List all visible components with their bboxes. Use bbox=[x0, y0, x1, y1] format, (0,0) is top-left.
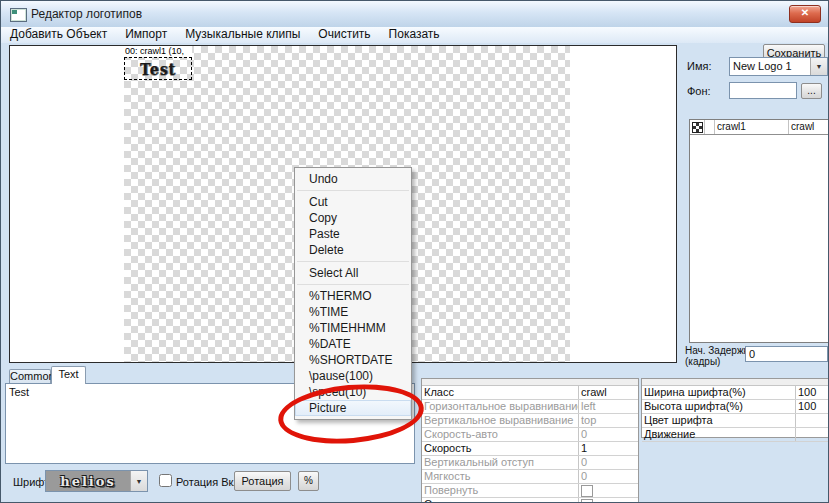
context-item-picture[interactable]: Picture bbox=[295, 400, 411, 416]
context-separator bbox=[297, 190, 409, 191]
property-row: Скорость-авто 0 bbox=[422, 428, 638, 442]
menu-add-object[interactable]: Добавить Объект bbox=[1, 27, 116, 43]
property-label: Класс bbox=[422, 386, 579, 399]
property-row: Ширина шрифта(%) 100 bbox=[642, 386, 829, 400]
property-row: Повернуть bbox=[422, 484, 638, 498]
font-combobox[interactable]: helios ▼ bbox=[45, 470, 148, 492]
tab-text[interactable]: Text bbox=[51, 366, 86, 384]
rotation-checkbox-label: Ротация Вкл. bbox=[176, 476, 243, 488]
context-item-date[interactable]: %DATE bbox=[295, 336, 411, 352]
property-value[interactable] bbox=[579, 484, 638, 497]
property-label: Высота шрифта(%) bbox=[642, 400, 796, 413]
objects-list[interactable]: crawl1 crawl bbox=[689, 119, 829, 343]
property-label: Скорость-авто bbox=[422, 428, 579, 441]
font-name: helios bbox=[60, 474, 116, 489]
property-value[interactable]: 0 bbox=[579, 470, 638, 483]
browse-button[interactable]: ... bbox=[801, 83, 822, 99]
menu-show[interactable]: Показать bbox=[380, 27, 449, 43]
property-checkbox[interactable] bbox=[581, 499, 593, 503]
objects-list-row[interactable]: crawl1 crawl bbox=[690, 120, 828, 135]
app-icon bbox=[10, 8, 27, 22]
grid-header-spacer bbox=[422, 379, 638, 386]
context-separator bbox=[297, 261, 409, 262]
rotation-button[interactable]: Ротация bbox=[234, 471, 291, 491]
menu-music-clips[interactable]: Музыкальные клипы bbox=[176, 27, 309, 43]
context-item-time[interactable]: %TIME bbox=[295, 304, 411, 320]
context-item-paste[interactable]: Paste bbox=[295, 226, 411, 242]
property-value[interactable]: crawl bbox=[579, 386, 638, 399]
property-value[interactable]: top bbox=[579, 414, 638, 427]
logo-name-value: New Logo 1 bbox=[730, 58, 810, 75]
logo-name-combobox[interactable]: New Logo 1 ▼ bbox=[729, 57, 828, 76]
property-value[interactable]: 100 bbox=[796, 386, 829, 399]
property-row: Цвет шрифта bbox=[642, 414, 829, 428]
client-area: 00: crawl1 (10, Test Undo Cut Copy Paste… bbox=[1, 43, 829, 503]
menu-clear[interactable]: Очистить bbox=[309, 27, 379, 43]
titlebar[interactable]: Редактор логотипов ✕ bbox=[1, 1, 828, 28]
property-label: Повернуть bbox=[422, 484, 579, 497]
name-label: Имя: bbox=[687, 60, 711, 72]
start-delay-label: Нач. Задержка (кадры) bbox=[685, 345, 754, 367]
menu-import[interactable]: Импорт bbox=[116, 27, 176, 43]
close-button[interactable]: ✕ bbox=[789, 5, 821, 23]
context-item-pause[interactable]: \pause(100) bbox=[295, 368, 411, 384]
property-row: Вертикальное выравнивание top bbox=[422, 414, 638, 428]
image-grid-icon bbox=[692, 122, 703, 133]
object-name-cell: crawl1 bbox=[715, 120, 789, 134]
background-label: Фон: bbox=[687, 85, 711, 97]
context-item-undo[interactable]: Undo bbox=[295, 171, 411, 187]
font-preview: helios bbox=[46, 471, 130, 491]
context-item-cut[interactable]: Cut bbox=[295, 194, 411, 210]
property-label: Вертикальное выравнивание bbox=[422, 414, 579, 427]
properties-grid-left: Класс crawl Горизонтальное выравнивание … bbox=[421, 378, 639, 503]
property-label: Скорость bbox=[422, 442, 579, 455]
chevron-down-icon[interactable]: ▼ bbox=[130, 471, 147, 491]
property-value[interactable]: 100 bbox=[796, 400, 829, 413]
context-menu: Undo Cut Copy Paste Delete Select All %T… bbox=[294, 167, 412, 420]
property-row: Высота шрифта(%) 100 bbox=[642, 400, 829, 414]
start-delay-input[interactable] bbox=[745, 346, 828, 362]
context-item-select-all[interactable]: Select All bbox=[295, 265, 411, 281]
context-item-speed[interactable]: \speed(10) bbox=[295, 384, 411, 400]
crawl-object-text: Test bbox=[140, 59, 176, 77]
property-value[interactable] bbox=[579, 498, 638, 503]
font-label: Шрифт bbox=[13, 476, 49, 488]
property-label: Мягкость bbox=[422, 470, 579, 483]
property-label: Вертикальный отступ bbox=[422, 456, 579, 469]
grid-header-spacer bbox=[642, 379, 829, 386]
property-row: Вертикальный отступ 0 bbox=[422, 456, 638, 470]
context-item-copy[interactable]: Copy bbox=[295, 210, 411, 226]
property-checkbox[interactable] bbox=[581, 485, 593, 497]
context-item-timehhmm[interactable]: %TIMEHHMM bbox=[295, 320, 411, 336]
tab-common[interactable]: Common bbox=[9, 369, 51, 383]
property-label: Горизонтальное выравнивание bbox=[422, 400, 579, 413]
menu-bar: Добавить Объект Импорт Музыкальные клипы… bbox=[1, 27, 828, 44]
property-value[interactable]: left bbox=[579, 400, 638, 413]
property-label: Ширина шрифта(%) bbox=[642, 386, 796, 399]
property-value[interactable] bbox=[796, 414, 829, 427]
object-flag-cell bbox=[705, 120, 715, 134]
crawl-object-box[interactable]: Test bbox=[124, 57, 192, 80]
property-row: Справа налово bbox=[422, 498, 638, 503]
context-item-shortdate[interactable]: %SHORTDATE bbox=[295, 352, 411, 368]
property-value[interactable]: 1 bbox=[579, 442, 638, 455]
property-label: Движение bbox=[642, 428, 796, 441]
property-row: Класс crawl bbox=[422, 386, 638, 400]
properties-grid-right: Ширина шрифта(%) 100 Высота шрифта(%) 10… bbox=[641, 378, 829, 438]
object-type-cell bbox=[690, 120, 705, 134]
property-value[interactable]: 0 bbox=[579, 428, 638, 441]
rotation-enabled-checkbox[interactable] bbox=[159, 474, 172, 487]
context-item-delete[interactable]: Delete bbox=[295, 242, 411, 258]
property-value[interactable]: 0 bbox=[579, 456, 638, 469]
context-item-thermo[interactable]: %THERMO bbox=[295, 288, 411, 304]
context-separator bbox=[297, 284, 409, 285]
crawl-object[interactable]: 00: crawl1 (10, Test bbox=[124, 46, 192, 80]
property-row: Скорость 1 bbox=[422, 442, 638, 456]
property-row: Движение bbox=[642, 428, 829, 442]
percent-button[interactable]: % bbox=[298, 471, 319, 491]
property-value[interactable] bbox=[796, 428, 829, 441]
chevron-down-icon[interactable]: ▼ bbox=[810, 58, 827, 75]
object-class-cell: crawl bbox=[789, 120, 828, 134]
app-window: Редактор логотипов ✕ Добавить Объект Имп… bbox=[0, 0, 829, 503]
background-input[interactable] bbox=[729, 82, 797, 99]
